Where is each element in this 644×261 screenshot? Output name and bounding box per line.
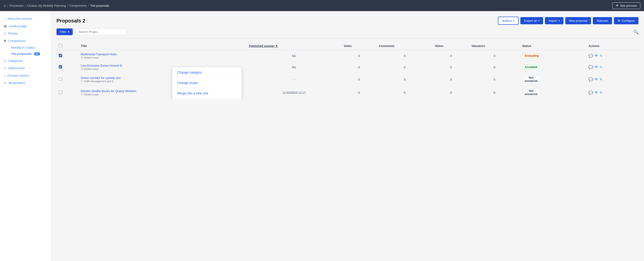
chevron-down-icon: ▾: [513, 20, 514, 22]
see-process-label: See process: [620, 4, 637, 8]
col-status: Status: [520, 42, 586, 50]
view-action-icon[interactable]: 👁: [594, 65, 598, 69]
row-published-answer: No: [246, 50, 342, 62]
sidebar-item-about[interactable]: ○ About this process: [0, 15, 51, 22]
breadcrumb-chakar[interactable]: Chakar city Mobility Planning: [27, 4, 66, 8]
sidebar-item-label: Attachments: [8, 66, 25, 70]
breadcrumb-sep-4: /: [88, 4, 89, 8]
breadcrumb-sep-2: /: [25, 4, 26, 8]
sidebar-item-components[interactable]: ✱ Components: [0, 37, 51, 44]
col-valuators: Valuators: [469, 42, 520, 50]
sidebar-item-categories[interactable]: ◇ Categories: [0, 57, 51, 64]
view-action-icon[interactable]: 👁: [594, 77, 598, 82]
row-title[interactable]: Low-Emission Zones Around B: [81, 64, 244, 67]
row-comments: 0: [377, 73, 433, 86]
chat-action-icon[interactable]: 💬: [588, 90, 593, 95]
view-action-icon[interactable]: 👁: [594, 90, 598, 95]
main-header: Proposals 2 Actions ▾ Export all ▾ Impor…: [56, 17, 638, 25]
row-votes: 0: [342, 62, 377, 73]
col-checkbox: [56, 42, 78, 50]
dropdown-item[interactable]: Merge into a new one: [172, 88, 242, 98]
row-scope: Traffic Management and S: [84, 80, 114, 82]
main-layout: ○ About this process ▦ Landing page ◇ Ph…: [0, 11, 644, 261]
breadcrumb-current: The proposals: [90, 4, 109, 8]
new-proposal-button[interactable]: New proposal: [565, 17, 591, 24]
sidebar-item-label: Process admins: [8, 74, 29, 77]
sidebar-item-label: Components: [8, 39, 26, 42]
search-icon[interactable]: 🔍: [633, 30, 638, 34]
chat-action-icon[interactable]: 💬: [588, 77, 593, 82]
col-comments: Comments: [377, 42, 433, 50]
configure-button[interactable]: ⚙ Configure: [614, 17, 638, 24]
row-published-answer: -: [246, 73, 342, 86]
view-action-icon[interactable]: 👁: [594, 54, 598, 58]
chat-action-icon[interactable]: 💬: [588, 65, 593, 70]
see-process-button[interactable]: 👁 See process: [612, 2, 640, 9]
row-valuators: 0: [469, 86, 520, 99]
edit-action-icon[interactable]: ✎: [600, 65, 602, 70]
proposals-badge: 11: [34, 52, 40, 56]
configure-label: Configure: [622, 19, 635, 22]
chat-icon: ▭: [4, 81, 7, 85]
actions-button[interactable]: Actions ▾: [498, 17, 519, 25]
chat-action-icon[interactable]: 💬: [588, 54, 593, 58]
row-actions-cell: 💬👁✎: [586, 62, 638, 73]
proposals-table: Title Published answer ▼ Votes Comments …: [56, 42, 638, 99]
export-all-button[interactable]: Export all ▾: [520, 17, 543, 24]
col-notes: Notes: [433, 42, 469, 50]
edit-action-icon[interactable]: ✎: [600, 90, 602, 95]
sidebar-item-label: Categories: [8, 59, 23, 62]
import-button[interactable]: Import ▾: [545, 17, 564, 24]
paperclip-icon: ◇: [4, 66, 6, 70]
sidebar-item-label: Phases: [8, 32, 18, 35]
breadcrumb-processes[interactable]: Processes: [10, 4, 24, 8]
search-input[interactable]: [76, 28, 126, 35]
row-votes: 0: [342, 50, 377, 62]
statuses-button[interactable]: Statuses: [593, 17, 612, 24]
col-title: Title: [78, 42, 246, 50]
row-title[interactable]: Multimodal Transport Hubs: [81, 52, 244, 56]
main-content: Proposals 2 Actions ▾ Export all ▾ Impor…: [51, 11, 644, 261]
row-checkbox[interactable]: [59, 65, 62, 68]
eye-icon: 👁: [616, 4, 619, 8]
row-scope: Global scope: [84, 93, 98, 96]
sidebar-item-moderations[interactable]: ▭ Moderations: [0, 79, 51, 86]
sidebar-item-landing[interactable]: ▦ Landing page: [0, 22, 51, 30]
sidebar-item-phases[interactable]: ◇ Phases: [0, 30, 51, 37]
actions-label: Actions: [502, 19, 512, 22]
dropdown-item[interactable]: Change scope: [172, 78, 242, 88]
person-icon: ○: [4, 74, 6, 77]
asterisk-icon: ✱: [4, 39, 6, 42]
sidebar-item-proposals[interactable]: The proposals 11: [8, 51, 51, 57]
row-checkbox[interactable]: [59, 78, 62, 81]
col-published-answer[interactable]: Published answer ▼: [246, 42, 342, 50]
select-all-checkbox[interactable]: [59, 44, 62, 47]
sidebar-item-attachments[interactable]: ◇ Attachments: [0, 64, 51, 72]
edit-action-icon[interactable]: ✎: [600, 77, 602, 82]
sidebar-item-process-admins[interactable]: ○ Process admins: [0, 72, 51, 79]
export-label: Export all: [524, 19, 536, 22]
status-badge: Notanswered: [522, 88, 540, 97]
row-checkbox[interactable]: [59, 91, 62, 94]
sidebar-sub-label: The proposals: [11, 52, 32, 56]
breadcrumb-components[interactable]: Components: [70, 4, 86, 8]
table-row: Green corridor for cyclists anc◇Traffic …: [56, 73, 638, 86]
row-scope: Global scope: [84, 56, 98, 59]
edit-action-icon[interactable]: ✎: [600, 54, 602, 58]
row-checkbox[interactable]: [59, 54, 62, 57]
row-status-cell: Evaluating: [520, 50, 586, 62]
home-icon[interactable]: ⌂: [4, 4, 6, 8]
filter-row: Filter ▾ 🔍: [56, 28, 638, 38]
chevron-down-icon-4: ▾: [68, 30, 70, 34]
row-valuators: 0: [469, 73, 520, 86]
status-badge: Notanswered: [522, 75, 540, 84]
dropdown-item[interactable]: Split proposals: [172, 98, 242, 99]
table-row: Electric Shuttle Buses for Quarry Worker…: [56, 86, 638, 99]
sidebar-item-mobility[interactable]: Mobility in Chakar: [8, 44, 51, 51]
scope-icon: ◇: [81, 80, 83, 82]
filter-button[interactable]: Filter ▾: [56, 28, 73, 35]
scope-icon: ⊙: [81, 56, 83, 59]
dropdown-item[interactable]: Change category: [172, 67, 242, 78]
row-valuators: 0: [469, 62, 520, 73]
row-published-answer: 11/10/2024 12:17: [246, 86, 342, 99]
